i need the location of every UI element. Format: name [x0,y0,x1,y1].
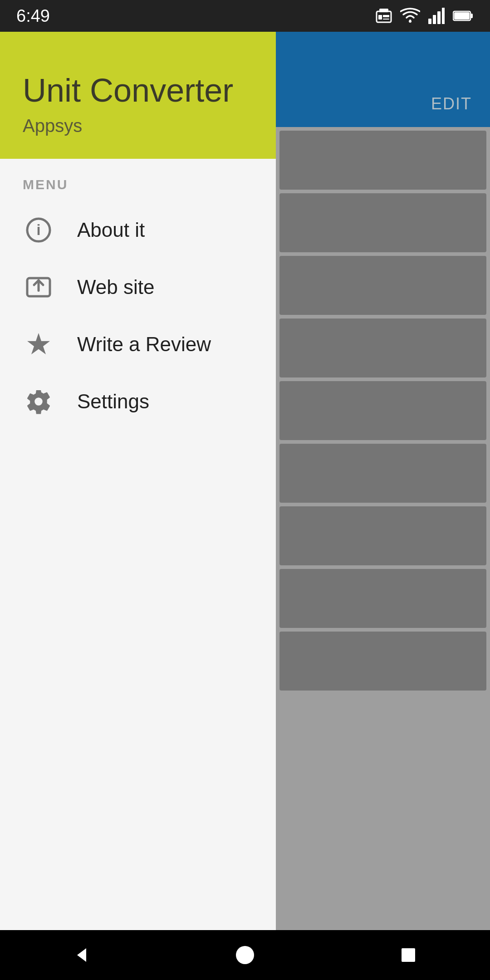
menu-item-settings[interactable]: Settings [0,373,276,430]
list-item [279,381,486,440]
home-button[interactable] [227,937,263,973]
menu-item-review-label: Write a Review [77,333,211,356]
menu-item-review[interactable]: Write a Review [0,316,276,373]
list-item [279,569,486,628]
info-icon: i [23,214,54,246]
back-button[interactable] [64,937,100,973]
svg-marker-17 [77,948,86,962]
menu-item-settings-label: Settings [77,390,149,413]
app-title: Unit Converter [23,73,253,108]
list-item [279,632,486,691]
status-time: 6:49 [16,6,50,26]
drawer-header: Unit Converter Appsys [0,32,276,159]
upload-box-icon [23,271,54,303]
navigation-bar [0,930,490,980]
menu-label: MENU [0,177,276,192]
gear-icon [23,386,54,417]
svg-rect-12 [454,12,470,20]
battery-icon [453,10,474,22]
svg-text:i: i [36,222,40,238]
list-item [279,256,486,315]
app-subtitle: Appsys [23,116,253,136]
list-item [279,506,486,565]
svg-rect-2 [378,15,382,20]
svg-point-5 [409,20,412,23]
wifi-icon [400,8,420,24]
svg-rect-7 [433,15,436,24]
status-bar: 6:49 [0,0,490,32]
svg-point-18 [236,946,254,964]
sim-icon [376,9,392,23]
svg-rect-6 [428,19,431,24]
menu-item-website[interactable]: Web site [0,259,276,316]
svg-rect-9 [442,8,445,24]
right-panel: EDIT [276,0,490,980]
navigation-drawer: Unit Converter Appsys MENU i About it [0,32,276,980]
list-item [279,193,486,252]
recents-button[interactable] [390,937,426,973]
menu-item-website-label: Web site [77,276,154,299]
star-icon [23,328,54,360]
menu-item-about-label: About it [77,219,145,241]
menu-item-about[interactable]: i About it [0,201,276,259]
svg-rect-11 [470,14,473,18]
menu-section: MENU i About it Web site [0,159,276,980]
status-icons [376,8,474,24]
signal-icon [428,8,445,24]
right-panel-list [276,127,490,980]
svg-rect-8 [437,11,441,24]
svg-rect-19 [402,948,415,962]
svg-rect-3 [383,15,389,17]
edit-label: EDIT [431,94,472,113]
list-item [279,318,486,377]
list-item [279,131,486,190]
svg-rect-1 [379,9,388,12]
svg-rect-4 [383,19,389,20]
list-item [279,444,486,503]
